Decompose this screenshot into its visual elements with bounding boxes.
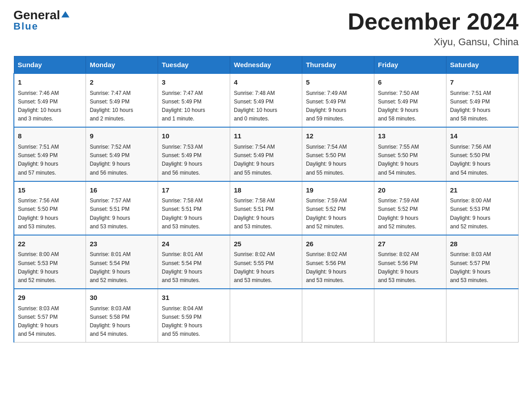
calendar-cell: 18 Sunrise: 7:58 AM Sunset: 5:51 PM Dayl…	[230, 181, 302, 235]
logo-triangle-icon	[60, 9, 70, 19]
day-info: Sunrise: 7:53 AM Sunset: 5:49 PM Dayligh…	[162, 143, 226, 177]
day-number: 23	[90, 239, 154, 249]
calendar-cell: 13 Sunrise: 7:55 AM Sunset: 5:50 PM Dayl…	[374, 127, 446, 181]
day-info: Sunrise: 8:01 AM Sunset: 5:54 PM Dayligh…	[162, 250, 226, 285]
day-number: 5	[306, 77, 370, 88]
day-number: 31	[162, 293, 226, 303]
calendar-cell: 5 Sunrise: 7:49 AM Sunset: 5:49 PM Dayli…	[302, 73, 374, 127]
day-number: 8	[18, 131, 82, 141]
svg-marker-0	[61, 11, 69, 17]
day-number: 29	[18, 293, 82, 303]
calendar-cell: 7 Sunrise: 7:51 AM Sunset: 5:49 PM Dayli…	[446, 73, 519, 127]
calendar-cell: 8 Sunrise: 7:51 AM Sunset: 5:49 PM Dayli…	[14, 127, 86, 181]
day-number: 15	[18, 185, 82, 196]
day-number: 4	[234, 77, 298, 88]
day-info: Sunrise: 7:47 AM Sunset: 5:49 PM Dayligh…	[90, 89, 154, 124]
calendar-cell: 29 Sunrise: 8:03 AM Sunset: 5:57 PM Dayl…	[14, 289, 86, 342]
day-info: Sunrise: 7:47 AM Sunset: 5:49 PM Dayligh…	[162, 89, 226, 124]
calendar-body: 1 Sunrise: 7:46 AM Sunset: 5:49 PM Dayli…	[14, 73, 519, 342]
day-number: 1	[18, 77, 82, 88]
calendar-cell: 9 Sunrise: 7:52 AM Sunset: 5:49 PM Dayli…	[86, 127, 158, 181]
calendar-cell: 27 Sunrise: 8:02 AM Sunset: 5:56 PM Dayl…	[374, 235, 446, 289]
page-header: General Blue December 2024 Xiyu, Gansu, …	[13, 9, 519, 48]
logo-general: General	[13, 9, 60, 21]
day-number: 10	[162, 131, 226, 141]
day-info: Sunrise: 7:51 AM Sunset: 5:49 PM Dayligh…	[450, 89, 515, 124]
calendar-cell: 4 Sunrise: 7:48 AM Sunset: 5:49 PM Dayli…	[230, 73, 302, 127]
day-number: 13	[378, 131, 442, 141]
calendar-week-2: 8 Sunrise: 7:51 AM Sunset: 5:49 PM Dayli…	[14, 127, 519, 181]
day-number: 20	[378, 185, 442, 196]
calendar-cell: 10 Sunrise: 7:53 AM Sunset: 5:49 PM Dayl…	[158, 127, 230, 181]
calendar-cell	[374, 289, 446, 342]
day-info: Sunrise: 8:04 AM Sunset: 5:59 PM Dayligh…	[162, 304, 226, 339]
day-info: Sunrise: 7:52 AM Sunset: 5:49 PM Dayligh…	[90, 143, 154, 177]
calendar-cell: 14 Sunrise: 7:56 AM Sunset: 5:50 PM Dayl…	[446, 127, 519, 181]
day-number: 7	[450, 77, 515, 88]
calendar-cell: 15 Sunrise: 7:56 AM Sunset: 5:50 PM Dayl…	[14, 181, 86, 235]
day-number: 22	[18, 239, 82, 249]
day-info: Sunrise: 8:01 AM Sunset: 5:54 PM Dayligh…	[90, 250, 154, 285]
day-number: 11	[234, 131, 298, 141]
day-info: Sunrise: 7:51 AM Sunset: 5:49 PM Dayligh…	[18, 143, 82, 177]
calendar-cell: 21 Sunrise: 8:00 AM Sunset: 5:53 PM Dayl…	[446, 181, 519, 235]
calendar-cell	[446, 289, 519, 342]
calendar-title: December 2024	[348, 9, 519, 34]
calendar-week-3: 15 Sunrise: 7:56 AM Sunset: 5:50 PM Dayl…	[14, 181, 519, 235]
calendar-cell	[230, 289, 302, 342]
calendar-subtitle: Xiyu, Gansu, China	[348, 36, 519, 48]
day-info: Sunrise: 7:58 AM Sunset: 5:51 PM Dayligh…	[162, 197, 226, 231]
day-number: 19	[306, 185, 370, 196]
weekday-header-saturday: Saturday	[446, 56, 519, 74]
day-info: Sunrise: 8:00 AM Sunset: 5:53 PM Dayligh…	[18, 250, 82, 285]
calendar-week-5: 29 Sunrise: 8:03 AM Sunset: 5:57 PM Dayl…	[14, 289, 519, 342]
day-info: Sunrise: 7:56 AM Sunset: 5:50 PM Dayligh…	[18, 197, 82, 231]
calendar-cell: 12 Sunrise: 7:54 AM Sunset: 5:50 PM Dayl…	[302, 127, 374, 181]
logo-blue: Blue	[13, 21, 39, 32]
day-info: Sunrise: 7:54 AM Sunset: 5:50 PM Dayligh…	[306, 143, 370, 177]
day-number: 9	[90, 131, 154, 141]
day-info: Sunrise: 7:46 AM Sunset: 5:49 PM Dayligh…	[18, 89, 82, 124]
day-info: Sunrise: 7:57 AM Sunset: 5:51 PM Dayligh…	[90, 197, 154, 231]
calendar-cell: 11 Sunrise: 7:54 AM Sunset: 5:49 PM Dayl…	[230, 127, 302, 181]
calendar-cell: 25 Sunrise: 8:02 AM Sunset: 5:55 PM Dayl…	[230, 235, 302, 289]
day-number: 30	[90, 293, 154, 303]
weekday-header-friday: Friday	[374, 56, 446, 74]
day-number: 2	[90, 77, 154, 88]
weekday-header-sunday: Sunday	[14, 56, 86, 74]
weekday-header-monday: Monday	[86, 56, 158, 74]
calendar-week-4: 22 Sunrise: 8:00 AM Sunset: 5:53 PM Dayl…	[14, 235, 519, 289]
day-number: 3	[162, 77, 226, 88]
calendar-cell: 22 Sunrise: 8:00 AM Sunset: 5:53 PM Dayl…	[14, 235, 86, 289]
calendar-table: SundayMondayTuesdayWednesdayThursdayFrid…	[13, 56, 519, 342]
day-info: Sunrise: 7:48 AM Sunset: 5:49 PM Dayligh…	[234, 89, 298, 124]
calendar-cell: 6 Sunrise: 7:50 AM Sunset: 5:49 PM Dayli…	[374, 73, 446, 127]
calendar-cell: 26 Sunrise: 8:02 AM Sunset: 5:56 PM Dayl…	[302, 235, 374, 289]
day-number: 25	[234, 239, 298, 249]
calendar-cell: 23 Sunrise: 8:01 AM Sunset: 5:54 PM Dayl…	[86, 235, 158, 289]
calendar-cell: 28 Sunrise: 8:03 AM Sunset: 5:57 PM Dayl…	[446, 235, 519, 289]
calendar-cell	[302, 289, 374, 342]
day-number: 24	[162, 239, 226, 249]
day-info: Sunrise: 7:54 AM Sunset: 5:49 PM Dayligh…	[234, 143, 298, 177]
day-number: 28	[450, 239, 515, 249]
day-number: 26	[306, 239, 370, 249]
day-info: Sunrise: 8:02 AM Sunset: 5:56 PM Dayligh…	[378, 250, 442, 285]
day-info: Sunrise: 8:02 AM Sunset: 5:55 PM Dayligh…	[234, 250, 298, 285]
day-info: Sunrise: 8:00 AM Sunset: 5:53 PM Dayligh…	[450, 197, 515, 231]
day-number: 12	[306, 131, 370, 141]
day-info: Sunrise: 8:03 AM Sunset: 5:57 PM Dayligh…	[450, 250, 515, 285]
day-number: 27	[378, 239, 442, 249]
day-info: Sunrise: 8:03 AM Sunset: 5:57 PM Dayligh…	[18, 304, 82, 339]
calendar-cell: 31 Sunrise: 8:04 AM Sunset: 5:59 PM Dayl…	[158, 289, 230, 342]
day-info: Sunrise: 7:50 AM Sunset: 5:49 PM Dayligh…	[378, 89, 442, 124]
day-number: 18	[234, 185, 298, 196]
day-info: Sunrise: 7:58 AM Sunset: 5:51 PM Dayligh…	[234, 197, 298, 231]
weekday-header-thursday: Thursday	[302, 56, 374, 74]
day-info: Sunrise: 7:56 AM Sunset: 5:50 PM Dayligh…	[450, 143, 515, 177]
title-area: December 2024 Xiyu, Gansu, China	[348, 9, 519, 48]
calendar-cell: 20 Sunrise: 7:59 AM Sunset: 5:52 PM Dayl…	[374, 181, 446, 235]
logo: General Blue	[13, 9, 70, 32]
day-info: Sunrise: 8:02 AM Sunset: 5:56 PM Dayligh…	[306, 250, 370, 285]
day-info: Sunrise: 7:49 AM Sunset: 5:49 PM Dayligh…	[306, 89, 370, 124]
